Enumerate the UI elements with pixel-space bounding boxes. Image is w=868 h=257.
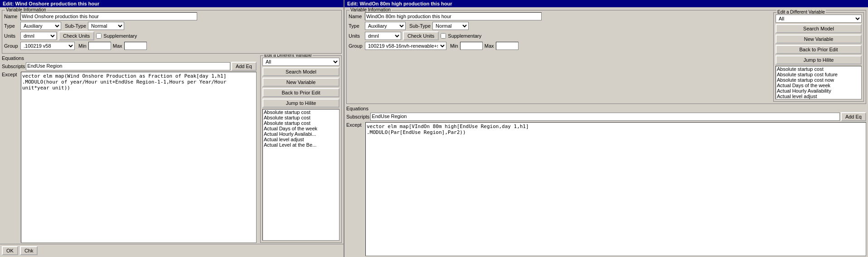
right-name-label: Name	[349, 14, 363, 19]
left-all-group: All	[262, 58, 339, 66]
right-back-prior-button[interactable]: Back to Prior Edit	[776, 45, 862, 54]
left-units-row: Units dmnl Check Units Supplementary	[4, 31, 339, 40]
right-group-row: Group 100219 v58-16nvh-renewable+stor...…	[349, 42, 771, 50]
ok-button[interactable]: OK	[2, 246, 18, 255]
left-bottom-bar: OK Chk	[0, 244, 344, 257]
left-group-label: Group	[4, 43, 19, 49]
right-subtype-select[interactable]: Normal	[432, 22, 469, 30]
left-equation-textarea[interactable]	[21, 72, 257, 243]
right-title-bar: Edit: WindOn 80m high production this ho…	[344, 0, 868, 7]
right-type-label: Type	[349, 23, 363, 29]
left-equations-label: Equations	[2, 55, 24, 61]
right-supplementary-checkbox[interactable]	[441, 33, 446, 39]
left-type-select[interactable]: Auxiliary	[20, 22, 61, 30]
list-item[interactable]: Absolute startup cost	[776, 66, 861, 72]
left-group-select[interactable]: .100219 v58	[20, 42, 75, 50]
right-subscript-value[interactable]: EndUse Region	[370, 113, 840, 121]
left-subscripts-label: Subscripts	[2, 64, 25, 69]
left-min-label: Min	[78, 43, 87, 49]
right-units-row: Units dmnl Check Units Supplementary	[349, 31, 771, 40]
right-var-fields: Name Type Auxiliary Sub-Type Normal	[349, 12, 771, 102]
right-group-select[interactable]: 100219 v58-16nvh-renewable+stor...	[365, 42, 446, 50]
list-item[interactable]: Actual Days of the week	[776, 83, 861, 88]
chk-button[interactable]: Chk	[20, 246, 38, 255]
list-item[interactable]: Absolute startup cost	[263, 115, 339, 120]
right-window-title: Edit: WindOn 80m high production this ho…	[347, 1, 452, 6]
right-max-label: Max	[485, 43, 494, 49]
right-search-model-button[interactable]: Search Model	[776, 24, 862, 33]
left-check-units-button[interactable]: Check Units	[58, 31, 94, 40]
left-type-label: Type	[4, 23, 19, 29]
left-jump-hilite-button[interactable]: Jump to Hilite	[262, 99, 339, 108]
right-edit-diff-panel: Edit a Different Variable All Search Mod…	[773, 12, 864, 102]
left-max-label: Max	[113, 43, 122, 49]
left-listbox[interactable]: Absolute startup cost Absolute startup c…	[262, 109, 339, 241]
right-units-select[interactable]: dmnl	[365, 32, 401, 40]
right-jump-hilite-button[interactable]: Jump to Hilite	[776, 55, 862, 64]
right-except-area: Except	[346, 122, 866, 256]
left-eq-header: Equations	[2, 55, 257, 61]
left-except-area: Except	[2, 72, 257, 243]
right-type-row: Type Auxiliary Sub-Type Normal	[349, 22, 771, 30]
left-edit-diff-label: Edit a Different Variable	[263, 54, 313, 58]
right-eq-header: Equations	[346, 106, 866, 111]
right-var-info-box: Variable Information Name Type Auxiliary…	[346, 10, 866, 104]
right-listbox[interactable]: Absolute startup cost Absolute startup c…	[776, 66, 862, 99]
right-var-info-label: Variable Information	[349, 7, 392, 12]
list-item[interactable]: Actual Hourly Availabi...	[263, 131, 339, 137]
left-except-label: Except	[2, 72, 20, 243]
left-min-input[interactable]	[88, 42, 111, 50]
right-add-eq-button[interactable]: Add Eq	[841, 112, 866, 121]
right-except-label: Except	[346, 122, 364, 256]
right-min-input[interactable]	[460, 42, 483, 50]
left-name-input[interactable]	[20, 12, 197, 20]
left-edit-diff-panel: Edit a Different Variable All Search Mod…	[260, 55, 342, 243]
right-group-label: Group	[349, 43, 363, 49]
left-subtype-select[interactable]: Normal	[88, 22, 124, 30]
right-max-input[interactable]	[496, 42, 519, 50]
left-middle-area: Equations Subscripts EndUse Region Add E…	[0, 54, 344, 244]
left-new-variable-button[interactable]: New Variable	[262, 78, 339, 87]
right-name-input[interactable]	[365, 12, 542, 20]
left-back-prior-button[interactable]: Back to Prior Edit	[262, 88, 339, 97]
list-item[interactable]: Actual Days of the week	[263, 126, 339, 131]
right-all-group: All	[776, 15, 862, 23]
right-supplementary-label: Supplementary	[448, 33, 481, 39]
left-search-model-button[interactable]: Search Model	[262, 67, 339, 76]
right-subtype-label: Sub-Type	[409, 23, 431, 29]
right-all-select[interactable]: All	[776, 15, 862, 23]
left-max-input[interactable]	[124, 42, 147, 50]
list-item[interactable]: Absolute startup cost	[263, 109, 339, 115]
left-supplementary-label: Supplementary	[103, 33, 137, 39]
right-subscript-row: Subscripts EndUse Region Add Eq	[346, 112, 866, 121]
right-new-variable-button[interactable]: New Variable	[776, 35, 862, 44]
list-item[interactable]: Absolute startup cost future	[776, 72, 861, 77]
left-supplementary-checkbox[interactable]	[96, 33, 102, 39]
left-all-select[interactable]: All	[262, 58, 339, 66]
right-name-row: Name	[349, 12, 771, 20]
main-container: Edit: Wind Onshore production this hour …	[0, 0, 868, 257]
left-equations-section: Equations Subscripts EndUse Region Add E…	[2, 55, 257, 243]
list-item[interactable]: Actual Hourly Availability	[776, 88, 861, 94]
list-item[interactable]: Absolute startup cost now	[776, 77, 861, 83]
list-item[interactable]: Actual level adjust	[263, 137, 339, 142]
right-check-units-button[interactable]: Check Units	[403, 31, 439, 40]
left-type-row: Type Auxiliary Sub-Type Normal	[4, 22, 339, 30]
right-equation-textarea[interactable]	[365, 122, 866, 256]
left-units-label: Units	[4, 33, 19, 39]
left-subscript-value[interactable]: EndUse Region	[26, 62, 230, 70]
right-type-select[interactable]: Auxiliary	[365, 22, 406, 30]
right-units-label: Units	[349, 33, 363, 39]
list-item[interactable]: Actual Level at the Be...	[263, 142, 339, 148]
left-panel: Edit: Wind Onshore production this hour …	[0, 0, 344, 257]
left-units-select[interactable]: dmnl	[20, 32, 57, 40]
left-group-row: Group .100219 v58 Min Max	[4, 42, 339, 50]
right-subscripts-label: Subscripts	[346, 114, 369, 119]
left-title-bar: Edit: Wind Onshore production this hour	[0, 0, 344, 7]
right-var-info-inner: Name Type Auxiliary Sub-Type Normal	[349, 12, 864, 102]
list-item[interactable]: Actual level adjust	[776, 94, 861, 99]
left-add-eq-button[interactable]: Add Eq	[231, 62, 257, 71]
left-var-info-label: Variable Information	[5, 7, 47, 12]
left-var-info-box: Variable Information Name Type Auxiliary…	[2, 10, 342, 54]
list-item[interactable]: Absolute startup cost	[263, 120, 339, 126]
